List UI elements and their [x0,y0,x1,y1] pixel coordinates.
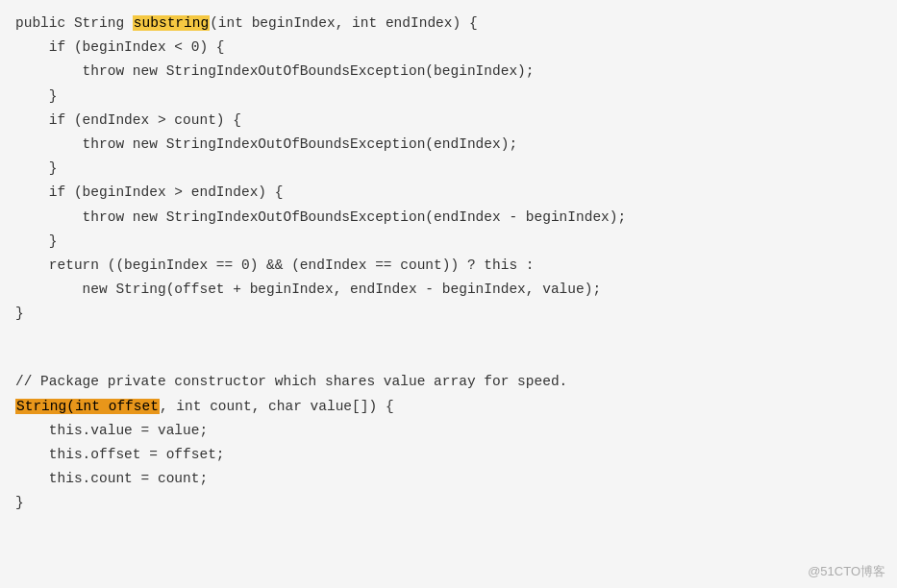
code-line-8: if (beginIndex > endIndex) { [0,181,897,205]
code-line-3: throw new StringIndexOutOfBoundsExceptio… [0,60,897,84]
code-line-1: public String substring(int beginIndex, … [0,12,897,36]
code-block-bottom: // Package private constructor which sha… [0,366,897,519]
code-text: (int beginIndex, int endIndex) { [210,15,477,31]
code-divider [0,330,897,356]
code-line-count: this.count = count; [0,467,897,491]
code-line-constructor: String(int offset, int count, char value… [0,395,897,419]
code-divider2 [0,356,897,366]
code-line-comment: // Package private constructor which sha… [0,370,897,394]
code-line-end: } [0,491,897,515]
highlight-substring: substring [133,15,210,31]
watermark: @51CTO博客 [808,563,885,580]
code-line-12: new String(offset + beginIndex, endIndex… [0,278,897,302]
code-line-6: throw new StringIndexOutOfBoundsExceptio… [0,133,897,157]
code-container: public String substring(int beginIndex, … [0,0,897,588]
code-line-11: return ((beginIndex == 0) && (endIndex =… [0,254,897,278]
highlight-constructor: String(int offset [15,399,160,414]
code-line-10: } [0,230,897,254]
code-line-5: if (endIndex > count) { [0,109,897,133]
code-line-7: } [0,157,897,181]
code-block-top: public String substring(int beginIndex, … [0,8,897,330]
code-line-offset: this.offset = offset; [0,443,897,467]
code-line-9: throw new StringIndexOutOfBoundsExceptio… [0,206,897,230]
code-line-13: } [0,302,897,326]
code-text: public String [15,15,133,31]
code-line-4: } [0,85,897,109]
code-line-value: this.value = value; [0,419,897,443]
code-line-2: if (beginIndex < 0) { [0,36,897,60]
